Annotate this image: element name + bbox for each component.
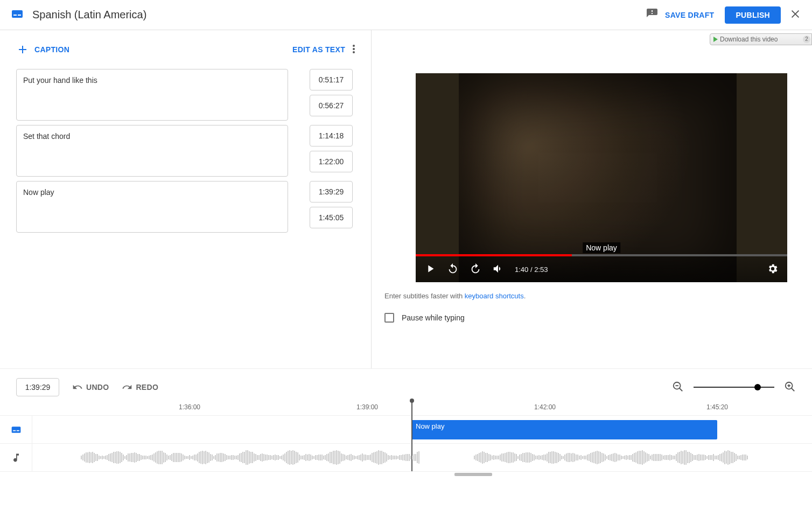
page-title: Spanish (Latin America) (32, 9, 146, 21)
download-video-badge[interactable]: Download this video 2 (710, 33, 812, 45)
timeline-tracks: Now play (0, 415, 812, 472)
save-draft-button[interactable]: SAVE DRAFT (659, 6, 720, 24)
svg-rect-0 (12, 10, 23, 18)
caption-track[interactable]: Now play (0, 416, 812, 444)
svg-point-5 (353, 45, 355, 47)
caption-start-input[interactable] (310, 181, 353, 202)
svg-rect-2 (18, 15, 21, 16)
svg-rect-17 (16, 430, 19, 431)
ruler-tick: 1:39:00 (356, 403, 378, 411)
timeline-toolbar: 1:39:29 UNDO REDO (0, 375, 812, 399)
video-time: 1:40 / 2:53 (515, 266, 548, 274)
svg-point-7 (353, 51, 355, 53)
timeline-panel: 1:39:29 UNDO REDO 1:36:00 1:39:00 1:42:0… (0, 368, 812, 530)
replay-icon[interactable] (447, 263, 459, 276)
download-label: Download this video (720, 36, 778, 43)
play-icon (713, 37, 718, 42)
undo-button[interactable]: UNDO (72, 382, 109, 393)
preview-pane: Download this video 2 Now play 1:40 / 2:… (372, 30, 812, 368)
caption-text-input[interactable] (16, 69, 288, 121)
caption-block[interactable]: Now play (411, 420, 717, 439)
pause-while-typing-checkbox[interactable] (384, 313, 394, 323)
shortcut-hint: Enter subtitles faster with keyboard sho… (384, 292, 801, 300)
ruler-tick: 1:42:00 (534, 403, 556, 411)
svg-rect-16 (13, 430, 16, 431)
more-icon[interactable] (345, 45, 355, 55)
play-button[interactable] (424, 263, 436, 276)
close-icon[interactable] (789, 8, 801, 22)
ruler-tick: 1:45:20 (706, 403, 728, 411)
waveform (81, 450, 436, 465)
plus-icon (16, 43, 29, 56)
settings-icon[interactable] (767, 263, 779, 276)
add-caption-label: CAPTION (34, 45, 69, 54)
volume-icon[interactable] (492, 263, 504, 276)
caption-toolbar: CAPTION EDIT AS TEXT (16, 41, 355, 58)
add-caption-button[interactable]: CAPTION (16, 43, 69, 56)
video-controls: 1:40 / 2:53 (416, 256, 787, 282)
caption-track-icon (0, 416, 32, 443)
timeline-ruler[interactable]: 1:36:00 1:39:00 1:42:00 1:45:20 (3, 399, 812, 415)
feedback-icon[interactable] (646, 8, 659, 22)
svg-line-9 (680, 388, 683, 391)
pause-while-typing-label: Pause while typing (402, 313, 465, 322)
zoom-slider[interactable] (694, 387, 774, 388)
edit-as-text-button[interactable]: EDIT AS TEXT (286, 41, 345, 58)
caption-overlay: Now play (583, 242, 620, 253)
caption-text-input[interactable] (16, 125, 288, 177)
caption-text-input[interactable] (16, 181, 288, 233)
timeline-scrollbar[interactable] (0, 472, 812, 477)
caption-start-input[interactable] (310, 125, 353, 146)
caption-row (16, 181, 355, 233)
main-split: CAPTION EDIT AS TEXT (0, 30, 812, 368)
audio-track-icon (0, 444, 32, 471)
video-player[interactable]: Now play 1:40 / 2:53 (416, 73, 787, 282)
redo-button[interactable]: REDO (122, 382, 158, 393)
zoom-out-icon[interactable] (672, 381, 684, 394)
audio-track[interactable] (0, 444, 812, 472)
caption-end-input[interactable] (310, 151, 353, 172)
caption-row (16, 125, 355, 177)
subtitles-icon (11, 8, 24, 22)
waveform (474, 450, 765, 465)
caption-row (16, 69, 355, 121)
pause-while-typing-row: Pause while typing (384, 313, 801, 323)
timeline-current-time[interactable]: 1:39:29 (16, 378, 59, 396)
keyboard-shortcuts-link[interactable]: keyboard shortcuts (465, 292, 524, 300)
caption-end-input[interactable] (310, 95, 353, 116)
timeline-zoom (672, 381, 796, 394)
caption-editor-pane: CAPTION EDIT AS TEXT (0, 30, 372, 368)
header: Spanish (Latin America) SAVE DRAFT PUBLI… (0, 0, 812, 30)
ruler-tick: 1:36:00 (179, 403, 200, 411)
svg-line-12 (792, 388, 795, 391)
download-count: 2 (803, 36, 810, 43)
svg-rect-1 (13, 15, 17, 16)
svg-rect-15 (11, 427, 20, 433)
caption-end-input[interactable] (310, 207, 353, 228)
zoom-in-icon[interactable] (784, 381, 796, 394)
forward-icon[interactable] (470, 263, 481, 276)
caption-start-input[interactable] (310, 69, 353, 90)
svg-point-6 (353, 48, 355, 50)
publish-button[interactable]: PUBLISH (725, 6, 781, 24)
